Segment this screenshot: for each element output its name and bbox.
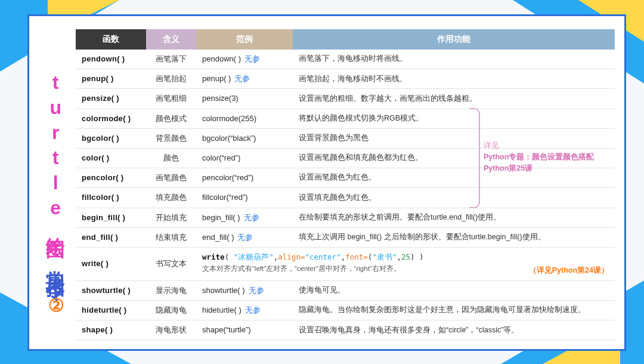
title-part-a: turtle绘图 xyxy=(45,72,66,229)
table-row: write( )书写文本write( "冰糖葫芦",align="center"… xyxy=(76,247,615,280)
meaning-cell: 画笔粗细 xyxy=(146,89,196,109)
fn-cell: showturtle( ) xyxy=(76,280,146,300)
meaning-cell: 海龟形状 xyxy=(146,320,196,340)
desc-cell: 在绘制要填充的形状之前调用。要配合turtle.end_fill()使用。 xyxy=(293,208,615,227)
no-param-badge: 无参 xyxy=(249,286,264,295)
side-note-l1: Python专题：颜色设置颜色搭配 xyxy=(484,153,594,161)
col-ex: 范例 xyxy=(196,29,293,50)
example-cell: colormode(255) xyxy=(196,109,293,128)
example-cell: shape(“turtle”) xyxy=(196,320,293,340)
title-part-b: 常用指令 xyxy=(45,255,66,270)
example-cell: pensize(3) xyxy=(196,89,293,109)
meaning-cell: 画笔抬起 xyxy=(146,69,196,89)
example-cell: fillcolor(“red”) xyxy=(196,188,293,208)
table-row: penup( )画笔抬起penup( )无参画笔抬起，海龟移动时不画线。 xyxy=(76,69,615,89)
fn-cell: penup( ) xyxy=(76,69,146,89)
meaning-cell: 颜色模式 xyxy=(146,109,196,128)
table-row: showturtle( )显示海龟showturtle( )无参使海龟可见。 xyxy=(76,280,615,300)
table-row: hideturtle( )隐藏海龟hideturtle( )无参隐藏海龟。当你绘… xyxy=(76,301,615,320)
fn-cell: hideturtle( ) xyxy=(76,301,146,320)
fn-cell: shape( ) xyxy=(76,320,146,340)
fn-cell: end_fill( ) xyxy=(76,227,146,247)
example-cell: end_fill( )无参 xyxy=(196,227,293,247)
table-row: end_fill( )结束填充end_fill( )无参填充上次调用 begin… xyxy=(76,227,615,247)
table-row: pendown( )画笔落下pendown( )无参画笔落下，海龟移动时将画线。 xyxy=(76,50,615,69)
col-fn: 函数 xyxy=(76,29,146,50)
desc-cell: 隐藏海龟。当你绘制复杂图形时这是个好主意，因为隐藏海龟可显著加快绘制速度。 xyxy=(293,301,615,320)
example-cell: bgcolor(“black”) xyxy=(196,128,293,148)
meaning-cell: 书写文本 xyxy=(146,247,196,280)
meaning-cell: 开始填充 xyxy=(146,208,196,227)
fn-cell: color( ) xyxy=(76,148,146,168)
example-cell: begin_fill( )无参 xyxy=(196,208,293,227)
no-param-badge: 无参 xyxy=(244,54,260,63)
no-param-badge: 无参 xyxy=(245,306,261,314)
fn-cell: pencolor( ) xyxy=(76,168,146,188)
desc-cell: 画笔落下，海龟移动时将画线。 xyxy=(293,50,615,69)
example-cell: pendown( )无参 xyxy=(196,50,293,69)
no-param-badge: 无参 xyxy=(244,213,259,222)
table-row: shape( )海龟形状shape(“turtle”)设置召唤海龟真身，海龟还有… xyxy=(76,320,615,340)
example-cell: showturtle( )无参 xyxy=(196,280,293,300)
desc-cell: 画笔抬起，海龟移动时不画线。 xyxy=(293,69,615,89)
write-note: （详见Python第24课） xyxy=(529,266,609,276)
side-note: 详见 Python专题：颜色设置颜色搭配 Python第25课 xyxy=(484,140,606,174)
fn-cell: pendown( ) xyxy=(76,50,146,69)
table-header-row: 函数 含义 范例 作用功能 xyxy=(76,29,615,50)
commands-table: 函数 含义 范例 作用功能 pendown( )画笔落下pendown( )无参… xyxy=(76,29,615,340)
meaning-cell: 填充颜色 xyxy=(146,188,196,208)
no-param-badge: 无参 xyxy=(237,233,253,242)
meaning-cell: 隐藏海龟 xyxy=(146,301,196,320)
page-title: turtle绘图 常用指令 ② xyxy=(35,29,76,343)
desc-cell: 设置召唤海龟真身，海龟还有很多变身，如“circle”，“classic”等。 xyxy=(293,320,615,340)
table-row: pensize( )画笔粗细pensize(3)设置画笔的粗细。数字越大，画笔画… xyxy=(76,89,615,109)
example-cell: penup( )无参 xyxy=(196,69,293,89)
table-row: begin_fill( )开始填充begin_fill( )无参在绘制要填充的形… xyxy=(76,208,615,227)
side-note-l2: Python第25课 xyxy=(484,164,532,172)
desc-cell: 使海龟可见。 xyxy=(293,280,615,300)
col-mn: 含义 xyxy=(146,29,196,50)
table-wrap: 函数 含义 范例 作用功能 pendown( )画笔落下pendown( )无参… xyxy=(76,29,615,343)
desc-cell: 将默认的颜色模式切换为RGB模式。 xyxy=(293,109,615,128)
fn-cell: begin_fill( ) xyxy=(76,208,146,227)
table-row: colormode( )颜色模式colormode(255)将默认的颜色模式切换… xyxy=(76,109,615,128)
side-note-head: 详见 xyxy=(484,141,499,150)
write-code: write( "冰糖葫芦",align="center",font=("隶书",… xyxy=(202,252,609,263)
meaning-cell: 显示海龟 xyxy=(146,280,196,300)
content-frame: turtle绘图 常用指令 ② 函数 含义 范例 作用功能 pendown( )… xyxy=(27,14,626,351)
fn-cell: colormode( ) xyxy=(76,109,146,128)
meaning-cell: 颜色 xyxy=(146,148,196,168)
table-row: fillcolor( )填充颜色fillcolor(“red”)设置填充颜色为红… xyxy=(76,188,615,208)
example-cell: color(“red”) xyxy=(196,148,293,168)
fn-cell: write( ) xyxy=(76,247,146,280)
title-number-icon: ② xyxy=(46,295,66,319)
desc-cell: 设置填充颜色为红色。 xyxy=(293,188,615,208)
no-param-badge: 无参 xyxy=(234,74,250,83)
meaning-cell: 背景颜色 xyxy=(146,128,196,148)
meaning-cell: 画笔颜色 xyxy=(146,168,196,188)
fn-cell: fillcolor( ) xyxy=(76,188,146,208)
meaning-cell: 结束填充 xyxy=(146,227,196,247)
write-cell: write( "冰糖葫芦",align="center",font=("隶书",… xyxy=(196,247,615,280)
desc-cell: 设置画笔的粗细。数字越大，画笔画出的线条越粗。 xyxy=(293,89,615,109)
fn-cell: bgcolor( ) xyxy=(76,128,146,148)
fn-cell: pensize( ) xyxy=(76,89,146,109)
meaning-cell: 画笔落下 xyxy=(146,50,196,69)
example-cell: hideturtle( )无参 xyxy=(196,301,293,320)
example-cell: pencolor(“red”) xyxy=(196,168,293,188)
write-subtext: 文本对齐方式有“left”左对齐，“center”居中对齐，“right”右对齐… xyxy=(202,264,609,273)
col-de: 作用功能 xyxy=(293,29,615,50)
desc-cell: 填充上次调用 begin_fill() 之后绘制的形状。要配合turtle.be… xyxy=(293,227,615,247)
